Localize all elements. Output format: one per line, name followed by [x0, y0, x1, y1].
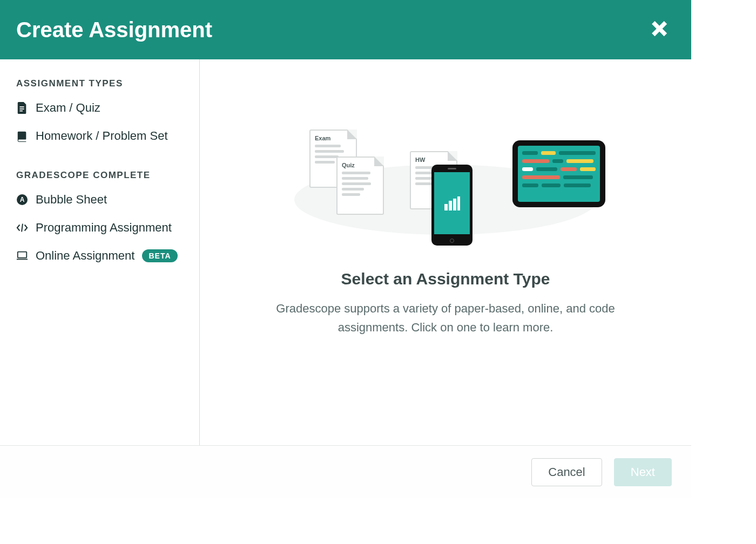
next-button[interactable]: Next: [614, 458, 672, 486]
svg-rect-1: [19, 108, 24, 110]
modal-footer: Cancel Next: [0, 445, 691, 498]
svg-rect-2: [19, 111, 23, 112]
close-icon[interactable]: [650, 19, 669, 40]
main-heading: Select an Assignment Type: [341, 270, 550, 288]
type-programming[interactable]: Programming Assignment: [16, 221, 183, 235]
svg-rect-7: [449, 201, 452, 210]
type-bubble-sheet[interactable]: A Bubble Sheet: [16, 193, 183, 207]
assignment-illustration: Exam Quiz HW: [289, 135, 602, 254]
type-online-assignment[interactable]: Online Assignment BETA: [16, 249, 183, 263]
code-icon: [16, 222, 28, 234]
svg-rect-8: [453, 199, 456, 210]
svg-text:A: A: [20, 196, 25, 203]
section-heading-types: ASSIGNMENT TYPES: [16, 78, 183, 89]
beta-badge: BETA: [142, 249, 177, 262]
illus-doc-quiz: Quiz: [336, 157, 384, 215]
bar-chart-icon: [444, 196, 460, 210]
type-label: Homework / Problem Set: [36, 129, 168, 143]
section-heading-complete: GRADESCOPE COMPLETE: [16, 170, 183, 181]
modal-title: Create Assignment: [16, 18, 212, 42]
type-label: Programming Assignment: [36, 221, 172, 235]
main-panel: Exam Quiz HW: [200, 59, 691, 445]
type-label: Bubble Sheet: [36, 193, 107, 207]
svg-rect-0: [19, 106, 24, 107]
cancel-button[interactable]: Cancel: [531, 458, 602, 486]
type-homework[interactable]: Homework / Problem Set: [16, 129, 183, 143]
main-description: Gradescope supports a variety of paper-b…: [273, 299, 618, 337]
modal-header: Create Assignment: [0, 0, 691, 59]
svg-rect-5: [18, 252, 27, 258]
type-label: Exam / Quiz: [36, 101, 100, 115]
type-label: Online Assignment: [36, 249, 134, 263]
type-exam-quiz[interactable]: Exam / Quiz: [16, 101, 183, 115]
svg-rect-6: [444, 204, 448, 210]
svg-rect-9: [457, 196, 460, 210]
book-icon: [16, 130, 28, 142]
illus-tablet: [512, 140, 605, 207]
illus-phone: [431, 165, 473, 246]
laptop-icon: [16, 250, 28, 262]
document-icon: [16, 102, 28, 114]
sidebar: ASSIGNMENT TYPES Exam / Quiz Homework / …: [0, 59, 200, 445]
bubble-a-icon: A: [16, 194, 28, 206]
modal-body: ASSIGNMENT TYPES Exam / Quiz Homework / …: [0, 59, 691, 445]
